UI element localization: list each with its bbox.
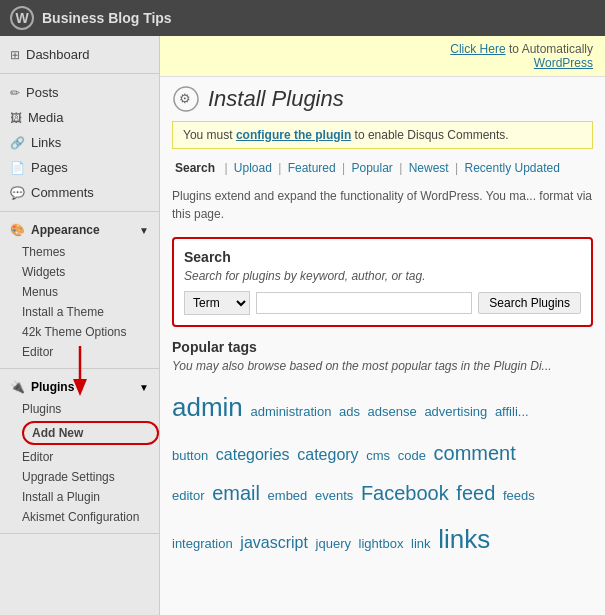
appearance-submenu: Themes Widgets Menus Install a Theme 42k… xyxy=(0,242,159,362)
tab-search[interactable]: Search xyxy=(175,161,215,175)
sub-nav: Search | Upload | Featured | Popular | N… xyxy=(160,157,605,183)
logo-letter: W xyxy=(15,10,28,26)
links-label: Links xyxy=(31,135,61,150)
tag-integration[interactable]: integration xyxy=(172,536,233,551)
nav-sep-4: | xyxy=(399,161,405,175)
media-label: Media xyxy=(28,110,63,125)
header: W Business Blog Tips xyxy=(0,0,605,36)
search-box-title: Search xyxy=(184,249,581,265)
tab-recently-updated[interactable]: Recently Updated xyxy=(464,161,559,175)
sidebar-main-nav: ✏ Posts 🖼 Media 🔗 Links 📄 Pages 💬 Commen… xyxy=(0,74,159,212)
tag-adsense[interactable]: adsense xyxy=(368,404,417,419)
tag-categories[interactable]: categories xyxy=(216,446,290,463)
sidebar-item-posts[interactable]: ✏ Posts xyxy=(0,80,159,105)
sidebar-plugins-section: 🔌 Plugins ▼ Plugins Add New Editor Upgra… xyxy=(0,369,159,534)
plugins-submenu: Plugins Add New Editor Upgrade Settings … xyxy=(0,399,159,527)
plugins-link[interactable]: Plugins xyxy=(14,399,159,419)
tag-administration[interactable]: administration xyxy=(250,404,331,419)
popular-tags-title: Popular tags xyxy=(172,339,593,355)
tab-newest[interactable]: Newest xyxy=(409,161,449,175)
tag-ads[interactable]: ads xyxy=(339,404,360,419)
tag-lightbox[interactable]: lightbox xyxy=(359,536,404,551)
install-theme-link[interactable]: Install a Theme xyxy=(14,302,159,322)
wordpress-logo: W xyxy=(10,6,34,30)
install-plugins-icon: ⚙ xyxy=(172,85,200,113)
sidebar-appearance-header[interactable]: 🎨 Appearance ▼ xyxy=(0,218,159,242)
click-here-link[interactable]: Click Here xyxy=(450,42,505,56)
tab-popular[interactable]: Popular xyxy=(351,161,392,175)
tag-category[interactable]: category xyxy=(297,446,358,463)
tag-events[interactable]: events xyxy=(315,488,353,503)
sidebar-item-comments[interactable]: 💬 Comments xyxy=(0,180,159,205)
upgrade-settings-link[interactable]: Upgrade Settings xyxy=(14,467,159,487)
tag-jquery[interactable]: jquery xyxy=(316,536,351,551)
tag-affili[interactable]: affili... xyxy=(495,404,529,419)
comments-icon: 💬 xyxy=(10,186,25,200)
page-title: Install Plugins xyxy=(208,86,344,112)
tag-comment[interactable]: comment xyxy=(434,442,516,464)
posts-label: Posts xyxy=(26,85,59,100)
tag-link[interactable]: link xyxy=(411,536,431,551)
sidebar-item-media[interactable]: 🖼 Media xyxy=(0,105,159,130)
posts-icon: ✏ xyxy=(10,86,20,100)
tag-cms[interactable]: cms xyxy=(366,448,390,463)
install-plugin-link[interactable]: Install a Plugin xyxy=(14,487,159,507)
page-title-bar: ⚙ Install Plugins xyxy=(160,77,605,121)
plugins-icon: 🔌 xyxy=(10,380,25,394)
description-text: Plugins extend and expand the functional… xyxy=(160,183,605,233)
widgets-link[interactable]: Widgets xyxy=(14,262,159,282)
tag-feeds[interactable]: feeds xyxy=(503,488,535,503)
add-new-link[interactable]: Add New xyxy=(22,421,159,445)
pages-icon: 📄 xyxy=(10,161,25,175)
tag-code[interactable]: code xyxy=(398,448,426,463)
tab-upload[interactable]: Upload xyxy=(234,161,272,175)
plugin-editor-link[interactable]: Editor xyxy=(14,447,159,467)
search-input[interactable] xyxy=(256,292,472,314)
tag-javascript[interactable]: javascript xyxy=(240,534,308,551)
site-title: Business Blog Tips xyxy=(42,10,172,26)
layout: ⊞ Dashboard ✏ Posts 🖼 Media 🔗 Links 📄 Pa… xyxy=(0,36,605,615)
nav-sep-5: | xyxy=(455,161,461,175)
menus-link[interactable]: Menus xyxy=(14,282,159,302)
notice-bar: You must configure the plugin to enable … xyxy=(172,121,593,149)
wordpress-link[interactable]: WordPress xyxy=(534,56,593,70)
comments-label: Comments xyxy=(31,185,94,200)
tag-embed[interactable]: embed xyxy=(268,488,308,503)
appearance-arrow: ▼ xyxy=(139,225,149,236)
pages-label: Pages xyxy=(31,160,68,175)
appearance-label: Appearance xyxy=(31,223,100,237)
themes-link[interactable]: Themes xyxy=(14,242,159,262)
appearance-editor-link[interactable]: Editor xyxy=(14,342,159,362)
dashboard-label: Dashboard xyxy=(26,47,90,62)
search-box: Search Search for plugins by keyword, au… xyxy=(172,237,593,327)
banner-suffix: to Automatically xyxy=(506,42,593,56)
akismet-link[interactable]: Akismet Configuration xyxy=(14,507,159,527)
notice-prefix: You must xyxy=(183,128,236,142)
nav-sep-2: | xyxy=(278,161,284,175)
dashboard-icon: ⊞ xyxy=(10,48,20,62)
tag-email[interactable]: email xyxy=(212,482,260,504)
media-icon: 🖼 xyxy=(10,111,22,125)
sidebar-item-links[interactable]: 🔗 Links xyxy=(0,130,159,155)
search-row: Term Author Tag Search Plugins xyxy=(184,291,581,315)
plugins-label: Plugins xyxy=(31,380,74,394)
tag-button[interactable]: button xyxy=(172,448,208,463)
sidebar-item-dashboard[interactable]: ⊞ Dashboard xyxy=(0,42,159,67)
search-plugins-button[interactable]: Search Plugins xyxy=(478,292,581,314)
tag-editor[interactable]: editor xyxy=(172,488,205,503)
tag-facebook[interactable]: Facebook xyxy=(361,482,449,504)
sidebar-appearance-section: 🎨 Appearance ▼ Themes Widgets Menus Inst… xyxy=(0,212,159,369)
tag-admin[interactable]: admin xyxy=(172,392,243,422)
sidebar-item-pages[interactable]: 📄 Pages xyxy=(0,155,159,180)
notice-suffix: to enable Disqus Comments. xyxy=(351,128,508,142)
sidebar-plugins-header[interactable]: 🔌 Plugins ▼ xyxy=(0,375,159,399)
svg-text:⚙: ⚙ xyxy=(179,91,191,106)
tab-featured[interactable]: Featured xyxy=(288,161,336,175)
tag-advertising[interactable]: advertising xyxy=(424,404,487,419)
tag-links[interactable]: links xyxy=(438,524,490,554)
theme-options-link[interactable]: 42k Theme Options xyxy=(14,322,159,342)
plugins-arrow: ▼ xyxy=(139,382,149,393)
tag-feed[interactable]: feed xyxy=(456,482,495,504)
search-type-select[interactable]: Term Author Tag xyxy=(184,291,250,315)
configure-plugin-link[interactable]: configure the plugin xyxy=(236,128,351,142)
